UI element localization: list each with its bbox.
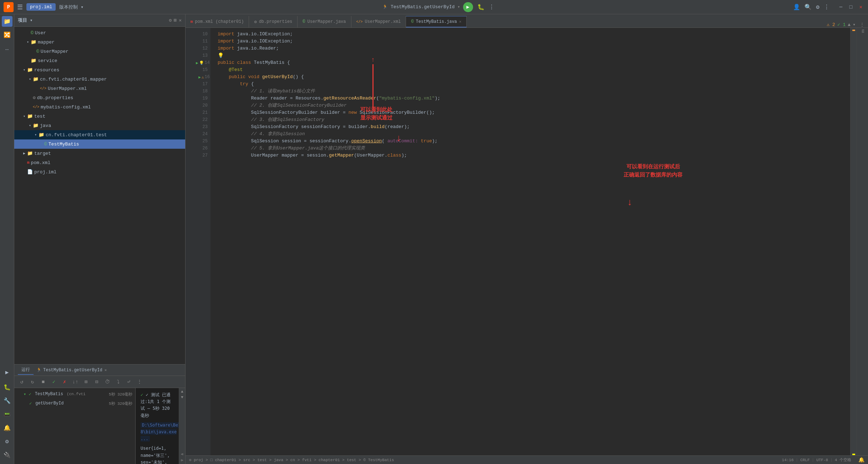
main-menu-icon[interactable]: ☰ <box>17 3 23 11</box>
tree-item-cn-fvti-test[interactable]: ▾ 📁 cn.fvti.chapter01.test <box>14 130 185 139</box>
status-encoding[interactable]: UTF-8 <box>816 458 828 462</box>
gutter-17: 17 <box>186 81 210 88</box>
scroll-left-icon[interactable]: ⊳ <box>181 458 183 463</box>
more-run-options[interactable]: ⋮ <box>489 4 494 11</box>
gutter-24: 24 <box>186 131 210 138</box>
run-button[interactable]: ▶ <box>463 2 473 12</box>
sidebar-icon-more[interactable]: … <box>2 43 12 54</box>
test-item-getuserbyid[interactable]: ✓ getUserById 5秒 320毫秒 <box>14 399 135 408</box>
more-actions-icon[interactable]: ⋮ <box>824 4 829 11</box>
output-scrollbar[interactable]: ▲ ▼ ⊲ ⊳ <box>179 388 185 464</box>
tree-item-mapper[interactable]: ▾ 📁 mapper <box>14 37 185 47</box>
tab-expand-icon[interactable]: ▲ <box>848 22 851 27</box>
sort-btn[interactable]: ↓↑ <box>71 377 80 387</box>
usermapper-xml-tab-icon: </> <box>356 20 363 24</box>
rerun-failed-btn[interactable]: ↻ <box>28 377 37 387</box>
tab-usermapper-xml[interactable]: </> UserMapper.xml <box>351 16 406 27</box>
tab-db[interactable]: ⚙ db.properties <box>249 16 298 27</box>
vertical-arrow: ↑ ↓ <box>371 56 375 115</box>
expand-btn[interactable]: ⊞ <box>81 377 91 387</box>
scroll-up-icon[interactable]: ▲ <box>181 389 183 394</box>
scroll-right-icon[interactable]: ⊲ <box>181 452 183 457</box>
test-item-testmybatis[interactable]: ▾ ✓ TestMyBatis (cn.fvti 5秒 320毫秒 <box>14 389 135 399</box>
tree-item-proj-iml[interactable]: 📄 proj.iml <box>14 167 185 177</box>
tab-settings-icon[interactable]: ⋮ <box>860 22 864 27</box>
sidebar-icon-settings[interactable]: ⚙ <box>2 436 12 447</box>
pass-filter-btn[interactable]: ✓ <box>49 377 59 387</box>
code-line-10: import java.io.IOException; <box>218 31 850 38</box>
sidebar-icon-structure[interactable]: 🔀 <box>2 30 12 40</box>
vcs-label[interactable]: 版本控制 ▾ <box>59 4 83 10</box>
run-config-name: TestMyBatis.getUserById <box>391 4 455 10</box>
editor-content[interactable]: 10 11 12 13 ▶ 💡 14 15 ▶ ⚠ 16 17 <box>186 28 868 455</box>
notifications-icon[interactable]: 🔔 <box>858 457 864 463</box>
status-position[interactable]: 14:16 <box>782 458 794 462</box>
usermapper-xml-tab-label: UserMapper.xml <box>365 19 401 24</box>
project-name[interactable]: proj.iml <box>26 3 56 11</box>
tree-item-service[interactable]: 📁 service <box>14 56 185 65</box>
sidebar-icon-run[interactable]: ▶ <box>2 367 12 378</box>
run-gutter-16[interactable]: ▶ <box>198 75 201 80</box>
export-btn[interactable]: ⤵ <box>113 377 123 387</box>
sidebar-icon-terminal[interactable]: 📟 <box>2 409 12 420</box>
code-line-21: SqlSessionFactoryBuilder builder = new S… <box>218 109 850 116</box>
run-tab-close[interactable]: ✕ <box>105 368 107 372</box>
file-tree: © User ▾ 📁 mapper © UserMapper 📁 service <box>14 27 185 364</box>
tree-item-pom-xml[interactable]: m pom.xml <box>14 158 185 167</box>
tree-item-java[interactable]: ▾ 📁 java <box>14 121 185 130</box>
panel-close-icon[interactable]: ✕ <box>179 17 182 23</box>
tree-item-resources[interactable]: ▾ 📁 resources <box>14 65 185 75</box>
sidebar-icon-debug[interactable]: 🐛 <box>2 382 12 393</box>
sidebar-icon-git[interactable]: 🔧 <box>2 396 12 406</box>
tree-item-test[interactable]: ▾ 📁 test <box>14 112 185 121</box>
tab-testmybatis[interactable]: © TestMyBatis.java ✕ <box>406 16 467 27</box>
tree-item-db-properties[interactable]: ⚙ db.properties <box>14 93 185 102</box>
fail-filter-btn[interactable]: ✗ <box>60 377 69 387</box>
testmybatis-tab-close[interactable]: ✕ <box>459 19 462 24</box>
scroll-down-icon[interactable]: ▼ <box>181 395 183 399</box>
tree-item-mybatis-config[interactable]: </> mybatis-config.xml <box>14 102 185 112</box>
right-gutter[interactable] <box>850 28 857 455</box>
rerun-btn[interactable]: ↺ <box>17 377 26 387</box>
search-icon[interactable]: 🔍 <box>804 4 812 11</box>
dropdown-icon[interactable]: ▾ <box>457 4 460 10</box>
collapse-btn[interactable]: ⊟ <box>92 377 101 387</box>
debug-button[interactable]: 🐛 <box>476 2 486 12</box>
user-icon[interactable]: 👤 <box>793 4 800 11</box>
test-output[interactable]: ✓ ✓ 测试 已通过:1共 1 个测试 – 5秒 320毫秒 D:\Softwa… <box>136 388 179 464</box>
sidebar-icon-project[interactable]: 📁 <box>2 16 12 27</box>
result-line: User{id=1, name='张三', sex='未知', weight=1… <box>141 445 174 464</box>
run-gutter-14[interactable]: ▶ <box>196 61 198 65</box>
code-lines[interactable]: import java.io.IOException; import java.… <box>210 28 850 455</box>
gutter-14: ▶ 💡 14 <box>186 59 210 66</box>
maximize-button[interactable]: □ <box>847 4 854 11</box>
minimize-button[interactable]: ─ <box>837 4 844 11</box>
tree-item-target[interactable]: ▶ 📁 target <box>14 149 185 158</box>
code-line-12: import java.io.Reader; <box>218 45 850 52</box>
sidebar-icon-plugins[interactable]: 🔌 <box>2 450 12 460</box>
tab-pom[interactable]: m pom.xml (chapter01) <box>186 16 249 27</box>
tree-item-usermapper[interactable]: © UserMapper <box>14 47 185 56</box>
run-tab[interactable]: 运行 <box>18 365 34 375</box>
tab-bar: m pom.xml (chapter01) ⚙ db.properties © … <box>186 14 868 28</box>
status-linesep[interactable]: CRLF <box>800 458 809 462</box>
sidebar-icon-notifications[interactable]: 🔔 <box>2 423 12 433</box>
import-btn[interactable]: ⤶ <box>124 377 133 387</box>
panel-gear-icon[interactable]: ⚙ <box>169 17 172 23</box>
settings-icon[interactable]: ⚙ <box>816 4 819 11</box>
more-btn[interactable]: ⋮ <box>135 377 144 387</box>
tree-item-cn-fvti-mapper[interactable]: ▾ 📁 cn.fvti.chapter01.mapper <box>14 75 185 84</box>
panel-expand-icon[interactable]: ⊞ <box>174 17 177 23</box>
clock-btn[interactable]: ⏱ <box>103 377 112 387</box>
code-line-16: public void getUserById() { <box>218 73 850 81</box>
gutter-25: 25 <box>186 138 210 145</box>
tab-more-icon[interactable]: ▾ <box>853 22 856 27</box>
tree-item-testmybatis[interactable]: © TestMyBatis <box>14 139 185 149</box>
tree-item-user[interactable]: © User <box>14 28 185 37</box>
tree-item-usermapper-xml[interactable]: </> UserMapper.xml <box>14 84 185 93</box>
tab-usermapper-java[interactable]: © UserMapper.java <box>298 16 351 27</box>
code-line-25: SqlSession session = sessionFactory.open… <box>218 138 850 145</box>
status-indent[interactable]: 4 个空格 <box>835 457 851 463</box>
stop-btn[interactable]: ■ <box>39 377 48 387</box>
close-button[interactable]: ✕ <box>857 4 864 11</box>
